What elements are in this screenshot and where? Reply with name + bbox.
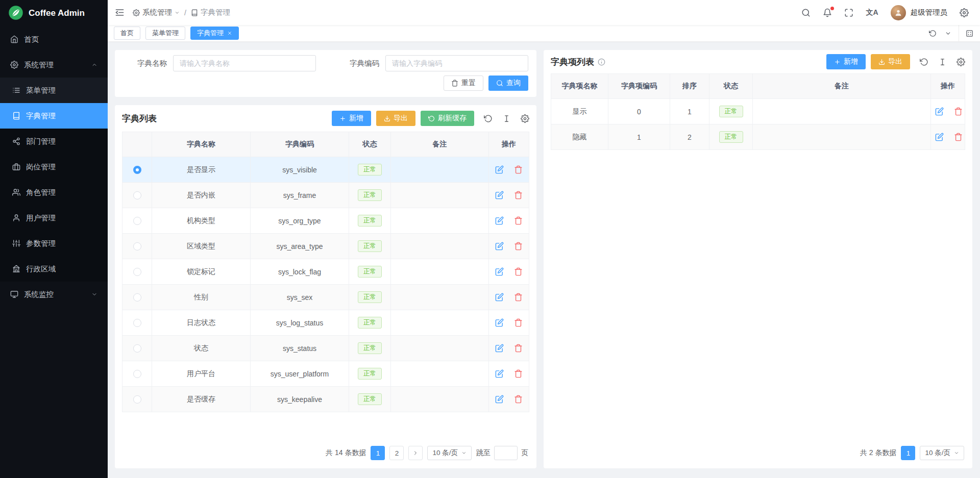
page-size-select[interactable]: 10 条/页 bbox=[920, 446, 964, 460]
edit-icon[interactable] bbox=[495, 344, 504, 353]
jump-page-input[interactable] bbox=[494, 446, 518, 460]
radio-cell bbox=[122, 387, 152, 412]
row-radio[interactable] bbox=[133, 370, 141, 378]
delete-icon[interactable] bbox=[514, 165, 523, 174]
row-radio[interactable] bbox=[133, 319, 141, 327]
row-radio[interactable] bbox=[133, 166, 141, 174]
sidebar-item-dict-mgmt[interactable]: 字典管理 bbox=[0, 103, 108, 129]
table-row[interactable]: 是否显示 sys_visible 正常 bbox=[122, 157, 529, 183]
refresh-icon[interactable] bbox=[920, 58, 928, 66]
tab-home[interactable]: 首页 bbox=[114, 27, 140, 40]
edit-icon[interactable] bbox=[495, 293, 504, 301]
breadcrumb-system-mgmt[interactable]: 系统管理 bbox=[133, 8, 180, 17]
chevron-down-icon[interactable] bbox=[945, 30, 951, 37]
gear-icon[interactable] bbox=[960, 8, 969, 17]
row-radio[interactable] bbox=[133, 395, 141, 404]
table-row[interactable]: 显示 0 1 正常 bbox=[551, 99, 965, 124]
edit-icon[interactable] bbox=[935, 133, 944, 141]
delete-icon[interactable] bbox=[514, 318, 523, 327]
edit-icon[interactable] bbox=[495, 242, 504, 250]
edit-icon[interactable] bbox=[495, 318, 504, 327]
dict-list-pagination: 共 14 条数据 1 2 10 条/页 跳至 页 bbox=[122, 440, 529, 462]
delete-icon[interactable] bbox=[514, 395, 523, 404]
row-radio[interactable] bbox=[133, 293, 141, 301]
delete-icon[interactable] bbox=[514, 369, 523, 378]
row-radio[interactable] bbox=[133, 242, 141, 250]
table-row[interactable]: 隐藏 1 2 正常 bbox=[551, 124, 965, 150]
sidebar-item-dept-mgmt[interactable]: 部门管理 bbox=[0, 129, 108, 154]
edit-icon[interactable] bbox=[495, 369, 504, 378]
delete-icon[interactable] bbox=[514, 216, 523, 225]
add-item-button[interactable]: 新增 bbox=[826, 54, 866, 69]
tab-dict-mgmt[interactable]: 字典管理 bbox=[190, 27, 239, 40]
edit-icon[interactable] bbox=[935, 107, 944, 116]
delete-icon[interactable] bbox=[954, 133, 963, 141]
delete-icon[interactable] bbox=[514, 293, 523, 301]
user-menu[interactable]: 超级管理员 bbox=[891, 5, 948, 20]
page-button-1[interactable]: 1 bbox=[901, 446, 915, 460]
row-radio[interactable] bbox=[133, 191, 141, 199]
add-button[interactable]: 新增 bbox=[332, 111, 371, 126]
dict-name-input[interactable] bbox=[173, 55, 316, 71]
reset-button[interactable]: 重置 bbox=[444, 76, 483, 91]
translate-icon[interactable]: 文A bbox=[866, 8, 878, 17]
search-icon[interactable] bbox=[801, 8, 811, 17]
edit-icon[interactable] bbox=[495, 191, 504, 199]
table-row[interactable]: 区域类型 sys_area_type 正常 bbox=[122, 234, 529, 259]
content-fullscreen-icon[interactable] bbox=[959, 25, 980, 41]
refresh-tab-icon[interactable] bbox=[929, 30, 937, 37]
sidebar-item-user-mgmt[interactable]: 用户管理 bbox=[0, 205, 108, 231]
gear-icon[interactable] bbox=[957, 58, 965, 66]
fullscreen-icon[interactable] bbox=[844, 8, 853, 17]
edit-icon[interactable] bbox=[495, 395, 504, 404]
delete-icon[interactable] bbox=[514, 242, 523, 250]
page-button-2[interactable]: 2 bbox=[389, 446, 404, 460]
app-logo[interactable]: Coffee Admin bbox=[0, 0, 108, 27]
bell-icon[interactable] bbox=[823, 8, 832, 17]
next-page-button[interactable] bbox=[408, 446, 423, 460]
delete-icon[interactable] bbox=[954, 107, 963, 116]
row-radio[interactable] bbox=[133, 217, 141, 225]
table-row[interactable]: 性别 sys_sex 正常 bbox=[122, 285, 529, 310]
delete-icon[interactable] bbox=[514, 267, 523, 276]
row-radio[interactable] bbox=[133, 268, 141, 276]
delete-icon[interactable] bbox=[514, 344, 523, 353]
info-icon[interactable] bbox=[598, 58, 605, 66]
table-row[interactable]: 用户平台 sys_user_platform 正常 bbox=[122, 361, 529, 387]
page-button-1[interactable]: 1 bbox=[371, 446, 385, 460]
export-button[interactable]: 导出 bbox=[376, 111, 415, 126]
sidebar-item-home[interactable]: 首页 bbox=[0, 27, 108, 52]
column-size-icon[interactable] bbox=[502, 114, 511, 123]
column-size-icon[interactable] bbox=[938, 58, 947, 66]
table-row[interactable]: 是否内嵌 sys_frame 正常 bbox=[122, 183, 529, 208]
status-cell: 正常 bbox=[349, 361, 391, 387]
gear-icon[interactable] bbox=[521, 114, 529, 123]
sidebar-item-post-mgmt[interactable]: 岗位管理 bbox=[0, 154, 108, 180]
sidebar-item-region-mgmt[interactable]: 行政区域 bbox=[0, 256, 108, 282]
page-size-select[interactable]: 10 条/页 bbox=[427, 446, 472, 460]
edit-icon[interactable] bbox=[495, 216, 504, 225]
query-button[interactable]: 查询 bbox=[488, 76, 528, 91]
table-row[interactable]: 是否缓存 sys_keepalive 正常 bbox=[122, 387, 529, 412]
sidebar-item-param-mgmt[interactable]: 参数管理 bbox=[0, 231, 108, 256]
edit-icon[interactable] bbox=[495, 267, 504, 276]
refresh-cache-button[interactable]: 刷新缓存 bbox=[421, 111, 474, 126]
row-radio[interactable] bbox=[133, 344, 141, 353]
dict-code-input[interactable] bbox=[385, 55, 528, 71]
collapse-sidebar-icon[interactable] bbox=[115, 8, 125, 17]
tab-menu-mgmt[interactable]: 菜单管理 bbox=[145, 27, 185, 40]
table-row[interactable]: 机构类型 sys_org_type 正常 bbox=[122, 208, 529, 234]
edit-icon[interactable] bbox=[495, 165, 504, 174]
sidebar-item-system-monitor[interactable]: 系统监控 bbox=[0, 282, 108, 307]
delete-icon[interactable] bbox=[514, 191, 523, 199]
table-row[interactable]: 状态 sys_status 正常 bbox=[122, 336, 529, 361]
sidebar-item-menu-mgmt[interactable]: 菜单管理 bbox=[0, 78, 108, 103]
sidebar-item-role-mgmt[interactable]: 角色管理 bbox=[0, 180, 108, 205]
close-icon[interactable] bbox=[227, 31, 232, 36]
export-items-button[interactable]: 导出 bbox=[871, 54, 910, 69]
table-row[interactable]: 日志状态 sys_log_status 正常 bbox=[122, 310, 529, 336]
table-row[interactable]: 锁定标记 sys_lock_flag 正常 bbox=[122, 259, 529, 285]
refresh-icon[interactable] bbox=[484, 114, 493, 123]
status-badge: 正常 bbox=[719, 106, 743, 118]
sidebar-item-system-mgmt[interactable]: 系统管理 bbox=[0, 52, 108, 78]
